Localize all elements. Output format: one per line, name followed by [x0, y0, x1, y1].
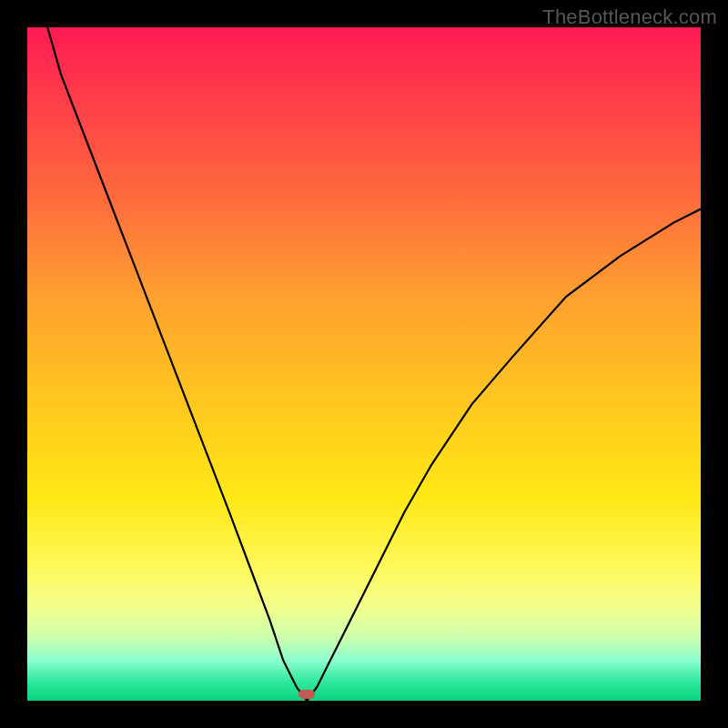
watermark-text: TheBottleneck.com [542, 5, 717, 29]
plot-area [27, 27, 701, 701]
chart-frame: TheBottleneck.com [0, 0, 728, 728]
bottleneck-curve [27, 27, 701, 701]
optimal-marker-icon [298, 690, 315, 699]
